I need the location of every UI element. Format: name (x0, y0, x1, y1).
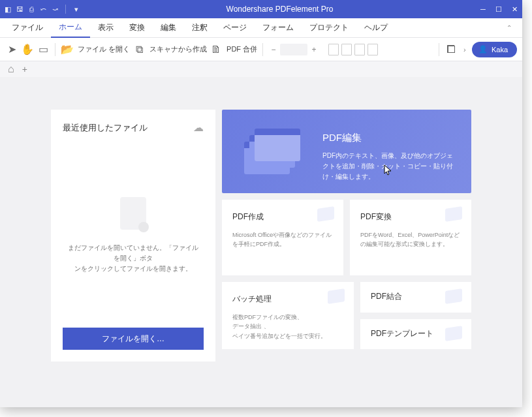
menu-home[interactable]: ホーム (51, 18, 90, 38)
undo-icon[interactable]: ⤺ (39, 5, 47, 13)
menu-form[interactable]: フォーム (255, 18, 302, 38)
menu-file[interactable]: ファイル (4, 18, 51, 38)
empty-text-line2: ンをクリックしてファイルを開きます。 (68, 264, 198, 274)
empty-text-line1: まだファイルを開いていません。「ファイルを開く」ボタ (68, 243, 198, 264)
folder-open-icon: 📂 (61, 43, 74, 56)
new-tab-button[interactable]: + (22, 64, 27, 74)
edit-pdf-hero-card[interactable]: PDF編集 PDF内のテキスト、画像、及び他のオブジェクトを追加・削除・カット・… (222, 110, 471, 193)
hero-description: PDF内のテキスト、画像、及び他のオブジェクトを追加・削除・カット・コピー・貼り… (322, 151, 456, 182)
menu-page[interactable]: ページ (215, 18, 255, 38)
pdf-stack-illustration (238, 123, 309, 180)
more-tools-icon[interactable]: › (460, 46, 469, 54)
print-icon[interactable]: ⎙ (27, 5, 35, 13)
minimize-button[interactable]: ─ (479, 5, 487, 13)
document-placeholder-icon (120, 197, 146, 230)
menu-view[interactable]: 表示 (90, 18, 121, 38)
menubar: ファイル ホーム 表示 変換 編集 注釈 ページ フォーム プロテクト ヘルプ … (0, 18, 522, 38)
merge-pdf-button[interactable]: 🗎 PDF 合併 (210, 43, 257, 56)
hand-tool-icon[interactable]: ✋ (21, 43, 34, 56)
convert-pdf-icon (445, 206, 462, 222)
qat-dropdown-icon[interactable]: ▾ (72, 5, 80, 13)
menu-edit[interactable]: 編集 (153, 18, 184, 38)
app-logo-icon: ◧ (4, 5, 12, 13)
menu-convert[interactable]: 変換 (121, 18, 153, 38)
open-file-main-button[interactable]: ファイルを開く… (63, 328, 204, 350)
zoom-value[interactable] (280, 44, 307, 55)
menu-protect[interactable]: プロテクト (302, 18, 356, 38)
hero-title: PDF編集 (322, 132, 456, 144)
open-file-button[interactable]: 📂 ファイル を開く (61, 43, 130, 56)
zoom-in-button[interactable]: + (309, 44, 319, 55)
combine-icon (445, 288, 462, 304)
fit-page-icon[interactable] (328, 44, 339, 55)
cloud-icon[interactable]: ☁ (193, 121, 204, 134)
select-tool-icon[interactable]: ▭ (37, 43, 50, 56)
card-description: Microsoft Officeや画像などのファイルを手軽にPDF作成。 (232, 230, 333, 249)
divider (55, 43, 55, 56)
actual-size-icon[interactable] (368, 44, 378, 55)
create-pdf-card[interactable]: PDF作成 Microsoft Officeや画像などのファイルを手軽にPDF作… (222, 200, 343, 275)
window-title: Wondershare PDFelement Pro (80, 5, 479, 14)
divider (262, 43, 263, 56)
redo-icon[interactable]: ⤻ (51, 5, 59, 13)
merge-icon: 🗎 (210, 43, 223, 56)
pointer-tool-icon[interactable]: ➤ (5, 43, 18, 56)
combine-pdf-card[interactable]: PDF結合 (360, 282, 471, 313)
home-tab-icon[interactable]: ⌂ (8, 63, 14, 75)
merge-pdf-label: PDF 合併 (227, 44, 257, 54)
fit-height-icon[interactable] (354, 44, 365, 55)
empty-state: まだファイルを開いていません。「ファイルを開く」ボタ ンをクリックしてファイルを… (63, 153, 204, 317)
card-title: バッチ処理 (232, 294, 343, 305)
save-icon[interactable]: 🖫 (16, 5, 23, 13)
card-description: 複数PDFファイルの変換、 データ抽出 、 ベイツ番号追加などを一括で実行。 (232, 313, 343, 341)
pdf-template-card[interactable]: PDFテンプレート (360, 319, 471, 350)
create-pdf-icon (317, 206, 334, 222)
content-area: 最近使用したファイル ☁ まだファイルを開いていません。「ファイルを開く」ボタ … (0, 77, 522, 407)
template-icon (445, 326, 462, 341)
menu-help[interactable]: ヘルプ (356, 18, 396, 38)
user-icon: 👤 (478, 45, 488, 54)
convert-pdf-card[interactable]: PDF変換 PDFをWord、Excel、PowerPointなどの編集可能な形… (350, 200, 471, 275)
open-file-label: ファイル を開く (78, 44, 130, 54)
recent-files-title: 最近使用したファイル (63, 122, 148, 134)
divider (65, 5, 66, 14)
maximize-button[interactable]: ☐ (495, 5, 503, 13)
collapse-ribbon-icon[interactable]: ⌃ (500, 24, 518, 31)
recent-files-panel: 最近使用したファイル ☁ まだファイルを開いていません。「ファイルを開く」ボタ … (51, 110, 215, 362)
scanner-icon: ⧉ (133, 43, 146, 56)
divider (439, 43, 439, 56)
zoom-out-button[interactable]: − (268, 44, 279, 55)
card-description: PDFをWord、Excel、PowerPointなどの編集可能な形式に変換しま… (360, 230, 461, 249)
from-scanner-button[interactable]: ⧉ スキャナから作成 (133, 43, 207, 56)
user-account-chip[interactable]: 👤 Kaka (472, 42, 517, 57)
batch-icon (328, 288, 345, 304)
user-name: Kaka (492, 46, 508, 54)
menu-annotate[interactable]: 注釈 (184, 18, 215, 38)
fit-width-icon[interactable] (341, 44, 352, 55)
screenshot-icon[interactable]: ⧠ (445, 43, 458, 56)
close-button[interactable]: ✕ (510, 5, 518, 13)
from-scanner-label: スキャナから作成 (149, 44, 207, 54)
batch-process-card[interactable]: バッチ処理 複数PDFファイルの変換、 データ抽出 、 ベイツ番号追加などを一括… (222, 282, 354, 349)
toolbar: ➤ ✋ ▭ 📂 ファイル を開く ⧉ スキャナから作成 🗎 PDF 合併 − + (0, 38, 522, 61)
document-tabbar: ⌂ + (0, 61, 522, 77)
